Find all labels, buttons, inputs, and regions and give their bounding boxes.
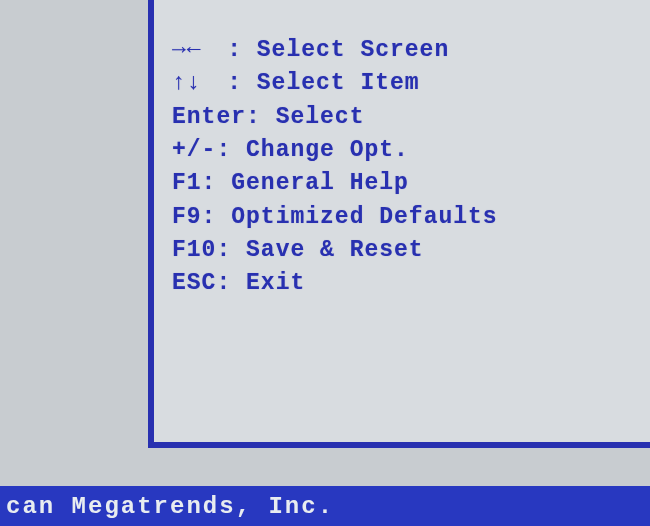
- help-label: General Help: [231, 170, 409, 196]
- help-line-save-reset: F10: Save & Reset: [172, 234, 632, 267]
- help-label: Exit: [246, 270, 305, 296]
- help-label: Save & Reset: [246, 237, 424, 263]
- arrow-left-right-icon: →←: [172, 34, 227, 67]
- key-f9: F9: [172, 204, 202, 230]
- help-line-general-help: F1: General Help: [172, 167, 632, 200]
- help-line-select-item: ↑↓: Select Item: [172, 67, 632, 100]
- help-line-exit: ESC: Exit: [172, 267, 632, 300]
- help-line-select-screen: →←: Select Screen: [172, 34, 632, 67]
- help-label: Select: [276, 104, 365, 130]
- key-f1: F1: [172, 170, 202, 196]
- help-label: Select Screen: [257, 37, 449, 63]
- key-f10: F10: [172, 237, 216, 263]
- key-esc: ESC: [172, 270, 216, 296]
- help-line-change-opt: +/-: Change Opt.: [172, 134, 632, 167]
- help-label: Optimized Defaults: [231, 204, 497, 230]
- help-line-select: Enter: Select: [172, 101, 632, 134]
- vendor-text: can Megatrends, Inc.: [6, 493, 334, 520]
- help-label: Select Item: [257, 70, 420, 96]
- help-label: Change Opt.: [246, 137, 409, 163]
- bios-vendor-footer: can Megatrends, Inc.: [0, 486, 650, 526]
- bios-help-panel: →←: Select Screen ↑↓: Select Item Enter:…: [148, 0, 650, 448]
- help-line-optimized-defaults: F9: Optimized Defaults: [172, 201, 632, 234]
- arrow-up-down-icon: ↑↓: [172, 67, 227, 100]
- key-enter: Enter: [172, 104, 246, 130]
- key-plus-minus: +/-: [172, 137, 216, 163]
